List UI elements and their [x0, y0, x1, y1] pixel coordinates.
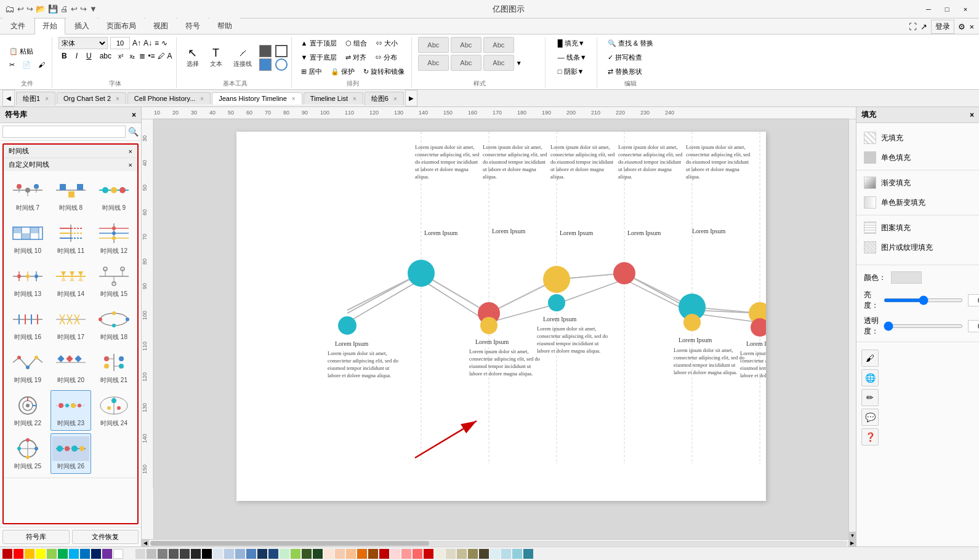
style-more-btn[interactable]: ▼: [516, 60, 522, 66]
color-swatch-6[interactable]: [58, 549, 68, 559]
share-icon[interactable]: ↗: [921, 22, 927, 31]
file-recover-tab[interactable]: 文件恢复: [72, 530, 139, 544]
timeline-item-14[interactable]: 时间线 14: [50, 261, 91, 302]
color-swatch-2[interactable]: [14, 549, 23, 559]
shadow-ribbon-btn[interactable]: □ 阴影▼: [555, 65, 587, 78]
distribute-btn[interactable]: ⇔ 分布: [372, 51, 400, 64]
color-swatch-15[interactable]: [158, 549, 167, 559]
tab-scroll-right[interactable]: ▶: [405, 90, 417, 106]
timeline-item-24[interactable]: 时间线 24: [94, 390, 134, 431]
color-swatch-19[interactable]: [202, 549, 212, 559]
color-swatch-17[interactable]: [180, 549, 190, 559]
color-swatch-24[interactable]: [257, 549, 267, 559]
gradient-fill-option[interactable]: 渐变填充: [856, 173, 979, 193]
cut-btn[interactable]: ✂: [6, 59, 18, 71]
color-swatch-13[interactable]: [135, 549, 145, 559]
tab-drawing6[interactable]: 绘图6 ×: [365, 92, 404, 105]
scroll-down-btn[interactable]: ▼: [849, 532, 856, 539]
fill-icon-3[interactable]: ✏: [861, 389, 879, 406]
paste-btn[interactable]: 📋 粘贴: [6, 45, 48, 58]
color-swatch-29[interactable]: [313, 549, 323, 559]
font-size-up[interactable]: A↑: [132, 39, 141, 47]
color-swatch-9[interactable]: [91, 549, 101, 559]
color-swatch-38[interactable]: [413, 549, 422, 559]
color-swatch-26[interactable]: [280, 549, 289, 559]
scroll-right-btn[interactable]: ▶: [848, 540, 856, 547]
timeline-section-close[interactable]: ×: [129, 148, 132, 155]
tab-cellphone[interactable]: Cell Phone History... ×: [127, 92, 211, 104]
tab-drawing1-close[interactable]: ×: [45, 95, 49, 102]
align-icon[interactable]: ≡: [155, 39, 159, 47]
texture-fill-option[interactable]: 图片或纹理填充: [856, 238, 979, 257]
color-swatch-5[interactable]: [47, 549, 57, 559]
custom-timeline-close[interactable]: ×: [129, 161, 132, 169]
font-size-input[interactable]: [110, 37, 130, 49]
solid-fill-option[interactable]: 单色填充: [856, 148, 979, 167]
rotate-btn[interactable]: ↻ 旋转和镜像: [360, 65, 408, 78]
color-swatch-32[interactable]: [346, 549, 356, 559]
print-btn[interactable]: 🖨: [60, 4, 68, 14]
color-swatch-11[interactable]: [113, 549, 123, 559]
tab-timeline-list[interactable]: Timeline List ×: [304, 92, 363, 104]
search-icon[interactable]: 🔍: [128, 127, 139, 137]
select-tool-btn[interactable]: ↖ 选择: [183, 45, 203, 71]
color-swatch-25[interactable]: [268, 549, 278, 559]
color-swatch-23[interactable]: [246, 549, 256, 559]
color-swatch-12[interactable]: [124, 549, 134, 559]
color-swatch-41[interactable]: [446, 549, 456, 559]
mono-gradient-option[interactable]: 单色新变填充: [856, 193, 979, 212]
tab-insert[interactable]: 插入: [66, 18, 97, 34]
h-scroll-thumb[interactable]: [150, 541, 429, 546]
minimize-btn[interactable]: ─: [920, 3, 937, 15]
subscript-btn[interactable]: x₂: [127, 52, 137, 60]
tab-orgchart-close[interactable]: ×: [116, 95, 119, 102]
color-swatch-35[interactable]: [379, 549, 389, 559]
maximize-btn[interactable]: □: [938, 3, 956, 15]
italic-btn[interactable]: I: [73, 50, 81, 62]
fullscreen-icon[interactable]: ⛶: [909, 22, 917, 31]
close-btn[interactable]: ×: [957, 3, 974, 15]
color-swatch-14[interactable]: [147, 549, 156, 559]
format-painter-btn[interactable]: 🖌: [35, 59, 48, 71]
fill-icon-5[interactable]: ❓: [861, 428, 879, 446]
connect-tool-btn[interactable]: ⟋ 连接线: [230, 45, 256, 71]
settings-icon[interactable]: ⚙: [958, 22, 965, 31]
transparency-input[interactable]: [968, 320, 979, 332]
font-color-icon[interactable]: ∿: [161, 39, 167, 47]
timeline-item-15[interactable]: 时间线 15: [94, 261, 134, 302]
symbol-lib-tab[interactable]: 符号库: [2, 530, 70, 544]
redo-btn[interactable]: ↪: [26, 4, 33, 14]
group-btn[interactable]: ⬡ 组合: [342, 37, 370, 50]
timeline-item-19[interactable]: 时间线 19: [7, 347, 48, 388]
save-btn[interactable]: 💾: [48, 4, 58, 14]
color-swatch-39[interactable]: [424, 549, 433, 559]
brightness-slider[interactable]: [884, 298, 963, 302]
close2-icon[interactable]: ×: [969, 22, 974, 31]
copy-btn[interactable]: 📄: [19, 59, 34, 71]
font-family-select[interactable]: 宋体: [58, 37, 108, 49]
tab-scroll-left[interactable]: ◀: [2, 90, 15, 106]
timeline-item-23[interactable]: 时间线 23: [50, 390, 91, 431]
open-btn[interactable]: 📂: [36, 4, 46, 14]
style4[interactable]: Abc: [418, 55, 449, 71]
color-swatch-31[interactable]: [335, 549, 345, 559]
fill-icon-2[interactable]: 🌐: [861, 369, 879, 386]
tab-jeans-close[interactable]: ×: [292, 95, 296, 102]
spell-check-btn[interactable]: ✓ 拼写检查: [605, 51, 645, 64]
style6[interactable]: Abc: [483, 55, 514, 71]
fill-panel-close[interactable]: ×: [970, 111, 974, 119]
style1[interactable]: Abc: [418, 37, 449, 53]
custom-timeline-section-header[interactable]: 自定义时间线 ×: [4, 158, 137, 171]
protect-btn[interactable]: 🔒 保护: [328, 65, 358, 78]
tab-symbol[interactable]: 符号: [177, 18, 208, 34]
fill-icon-4[interactable]: 💬: [861, 409, 879, 426]
bullet-icon[interactable]: •≡: [148, 52, 155, 60]
color-swatch-45[interactable]: [490, 549, 500, 559]
color-swatch-44[interactable]: [479, 549, 489, 559]
replace-shape-btn[interactable]: ⇄ 替换形状: [605, 65, 645, 78]
color-swatch-42[interactable]: [457, 549, 467, 559]
list-icon[interactable]: ≣: [139, 52, 145, 60]
color-swatch-20[interactable]: [213, 549, 223, 559]
tab-jeans[interactable]: Jeans History Timeline ×: [212, 92, 302, 105]
undo-btn[interactable]: ↩: [17, 4, 24, 14]
